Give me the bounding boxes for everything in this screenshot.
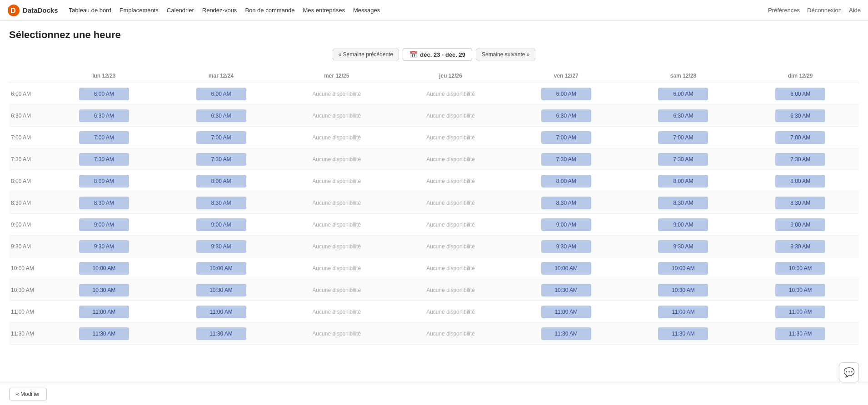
time-slot-button[interactable]: 9:30 AM [541, 240, 591, 253]
nav-mes-entreprises[interactable]: Mes entreprises [303, 7, 345, 14]
time-cell-ven-2[interactable]: 7:00 AM [508, 127, 625, 148]
deconnexion-link[interactable]: Déconnexion [807, 7, 842, 14]
time-cell-lun-7[interactable]: 9:30 AM [45, 236, 163, 257]
time-slot-button[interactable]: 10:00 AM [541, 262, 591, 275]
time-cell-mar-7[interactable]: 9:30 AM [163, 236, 280, 257]
time-slot-button[interactable]: 11:30 AM [79, 327, 129, 340]
time-slot-button[interactable]: 7:00 AM [775, 131, 825, 144]
time-slot-button[interactable]: 7:30 AM [196, 153, 246, 166]
time-slot-button[interactable]: 8:30 AM [775, 197, 825, 209]
time-cell-sam-6[interactable]: 9:00 AM [625, 214, 742, 236]
time-slot-button[interactable]: 8:30 AM [196, 197, 246, 209]
time-cell-lun-0[interactable]: 6:00 AM [45, 83, 163, 105]
time-cell-dim-8[interactable]: 10:00 AM [742, 257, 859, 279]
time-slot-button[interactable]: 10:30 AM [541, 284, 591, 296]
time-slot-button[interactable]: 7:00 AM [541, 131, 591, 144]
time-cell-dim-2[interactable]: 7:00 AM [742, 127, 859, 148]
time-cell-lun-1[interactable]: 6:30 AM [45, 105, 163, 127]
time-cell-lun-4[interactable]: 8:00 AM [45, 170, 163, 192]
time-slot-button[interactable]: 8:30 AM [79, 197, 129, 209]
time-cell-dim-11[interactable]: 11:30 AM [742, 323, 859, 345]
nav-bon-de-commande[interactable]: Bon de commande [245, 7, 294, 14]
time-cell-lun-5[interactable]: 8:30 AM [45, 192, 163, 214]
preferences-link[interactable]: Préférences [768, 7, 800, 14]
time-cell-mar-10[interactable]: 11:00 AM [163, 301, 280, 323]
time-slot-button[interactable]: 6:30 AM [541, 109, 591, 122]
nav-rendez-vous[interactable]: Rendez-vous [202, 7, 237, 14]
time-cell-mar-5[interactable]: 8:30 AM [163, 192, 280, 214]
time-slot-button[interactable]: 10:00 AM [79, 262, 129, 275]
time-slot-button[interactable]: 9:00 AM [196, 218, 246, 231]
time-slot-button[interactable]: 6:30 AM [775, 109, 825, 122]
time-slot-button[interactable]: 6:00 AM [541, 88, 591, 100]
time-slot-button[interactable]: 10:30 AM [775, 284, 825, 296]
time-cell-mar-11[interactable]: 11:30 AM [163, 323, 280, 345]
time-slot-button[interactable]: 7:00 AM [196, 131, 246, 144]
time-cell-sam-5[interactable]: 8:30 AM [625, 192, 742, 214]
time-slot-button[interactable]: 11:30 AM [541, 327, 591, 340]
time-slot-button[interactable]: 8:30 AM [541, 197, 591, 209]
time-cell-ven-7[interactable]: 9:30 AM [508, 236, 625, 257]
time-slot-button[interactable]: 6:00 AM [79, 88, 129, 100]
time-cell-dim-7[interactable]: 9:30 AM [742, 236, 859, 257]
time-slot-button[interactable]: 9:00 AM [79, 218, 129, 231]
time-cell-dim-5[interactable]: 8:30 AM [742, 192, 859, 214]
time-cell-ven-5[interactable]: 8:30 AM [508, 192, 625, 214]
time-cell-sam-10[interactable]: 11:00 AM [625, 301, 742, 323]
time-cell-lun-11[interactable]: 11:30 AM [45, 323, 163, 345]
prev-week-button[interactable]: « Semaine précédente [333, 49, 399, 60]
time-cell-dim-1[interactable]: 6:30 AM [742, 105, 859, 127]
time-slot-button[interactable]: 7:00 AM [658, 131, 708, 144]
time-cell-mar-8[interactable]: 10:00 AM [163, 257, 280, 279]
time-slot-button[interactable]: 6:30 AM [196, 109, 246, 122]
time-slot-button[interactable]: 9:30 AM [196, 240, 246, 253]
time-slot-button[interactable]: 11:00 AM [775, 306, 825, 318]
time-slot-button[interactable]: 10:30 AM [196, 284, 246, 296]
time-cell-mar-2[interactable]: 7:00 AM [163, 127, 280, 148]
time-cell-dim-9[interactable]: 10:30 AM [742, 279, 859, 301]
time-slot-button[interactable]: 11:00 AM [658, 306, 708, 318]
time-cell-dim-0[interactable]: 6:00 AM [742, 83, 859, 105]
schedule-container[interactable]: lun 12/23 mar 12/24 mer 12/25 jeu 12/26 … [9, 69, 859, 345]
time-cell-lun-6[interactable]: 9:00 AM [45, 214, 163, 236]
time-slot-button[interactable]: 10:30 AM [79, 284, 129, 296]
time-slot-button[interactable]: 9:30 AM [658, 240, 708, 253]
time-slot-button[interactable]: 7:30 AM [775, 153, 825, 166]
time-slot-button[interactable]: 8:00 AM [196, 175, 246, 188]
time-cell-dim-4[interactable]: 8:00 AM [742, 170, 859, 192]
time-cell-sam-4[interactable]: 8:00 AM [625, 170, 742, 192]
time-slot-button[interactable]: 8:00 AM [775, 175, 825, 188]
time-slot-button[interactable]: 9:30 AM [79, 240, 129, 253]
time-slot-button[interactable]: 8:00 AM [79, 175, 129, 188]
nav-tableau-de-bord[interactable]: Tableau de bord [69, 7, 111, 14]
next-week-button[interactable]: Semaine suivante » [476, 49, 535, 60]
nav-emplacements[interactable]: Emplacements [120, 7, 159, 14]
time-slot-button[interactable]: 6:30 AM [658, 109, 708, 122]
time-cell-sam-8[interactable]: 10:00 AM [625, 257, 742, 279]
time-cell-dim-3[interactable]: 7:30 AM [742, 148, 859, 170]
time-cell-lun-9[interactable]: 10:30 AM [45, 279, 163, 301]
time-cell-ven-1[interactable]: 6:30 AM [508, 105, 625, 127]
time-slot-button[interactable]: 7:30 AM [658, 153, 708, 166]
nav-calendrier[interactable]: Calendrier [167, 7, 194, 14]
time-cell-mar-1[interactable]: 6:30 AM [163, 105, 280, 127]
time-cell-sam-2[interactable]: 7:00 AM [625, 127, 742, 148]
time-cell-sam-11[interactable]: 11:30 AM [625, 323, 742, 345]
time-cell-lun-10[interactable]: 11:00 AM [45, 301, 163, 323]
chat-button[interactable]: 💬 [839, 362, 859, 372]
time-slot-button[interactable]: 8:00 AM [541, 175, 591, 188]
time-slot-button[interactable]: 7:30 AM [541, 153, 591, 166]
time-slot-button[interactable]: 8:00 AM [658, 175, 708, 188]
time-slot-button[interactable]: 9:30 AM [775, 240, 825, 253]
time-slot-button[interactable]: 6:00 AM [658, 88, 708, 100]
time-slot-button[interactable]: 6:30 AM [79, 109, 129, 122]
time-slot-button[interactable]: 10:00 AM [196, 262, 246, 275]
time-slot-button[interactable]: 6:00 AM [196, 88, 246, 100]
time-slot-button[interactable]: 11:00 AM [79, 306, 129, 318]
time-cell-ven-8[interactable]: 10:00 AM [508, 257, 625, 279]
time-slot-button[interactable]: 11:30 AM [658, 327, 708, 340]
time-cell-ven-9[interactable]: 10:30 AM [508, 279, 625, 301]
time-cell-mar-3[interactable]: 7:30 AM [163, 148, 280, 170]
time-cell-ven-10[interactable]: 11:00 AM [508, 301, 625, 323]
time-cell-mar-4[interactable]: 8:00 AM [163, 170, 280, 192]
